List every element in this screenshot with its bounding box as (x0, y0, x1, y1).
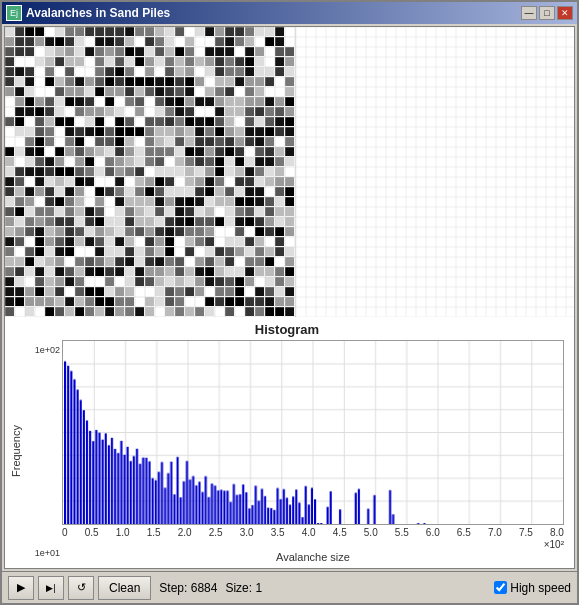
reset-button[interactable]: ↺ (68, 576, 94, 600)
titlebar: Ej Avalanches in Sand Piles — □ ✕ (2, 2, 577, 24)
main-content: Histogram Frequency 1e+02 1e+01 (4, 26, 575, 569)
step-button[interactable]: ▶| (38, 576, 64, 600)
high-speed-checkbox[interactable] (494, 581, 507, 594)
histogram-title: Histogram (10, 322, 564, 337)
chart-container: 0 0.5 1.0 1.5 2.0 2.5 3.0 3.5 4.0 4.5 5.… (62, 340, 564, 563)
high-speed-label[interactable]: High speed (510, 581, 571, 595)
y-tick-top: 1e+02 (24, 345, 60, 355)
top-panel (5, 27, 574, 317)
bottom-toolbar: ▶ ▶| ↺ Clean Step: 6884 Size: 1 High spe… (2, 571, 577, 603)
right-panel (295, 27, 574, 316)
histogram-panel: Histogram Frequency 1e+02 1e+01 (5, 317, 574, 568)
close-button[interactable]: ✕ (557, 6, 573, 20)
app-icon: Ej (6, 5, 22, 21)
titlebar-buttons: — □ ✕ (521, 6, 573, 20)
minimize-button[interactable]: — (521, 6, 537, 20)
window-title: Avalanches in Sand Piles (26, 6, 170, 20)
clean-button[interactable]: Clean (98, 576, 151, 600)
y-tick-mid: 1e+01 (24, 548, 60, 558)
chart-inner (62, 340, 564, 525)
restore-button[interactable]: □ (539, 6, 555, 20)
titlebar-left: Ej Avalanches in Sand Piles (6, 5, 170, 21)
sand-grid (5, 27, 295, 317)
chart-area: Frequency 1e+02 1e+01 0 0.5 1.0 (10, 340, 564, 563)
main-window: Ej Avalanches in Sand Piles — □ ✕ (0, 0, 579, 605)
step-display: Step: 6884 (159, 581, 217, 595)
high-speed-area: High speed (494, 581, 571, 595)
x-axis-labels: 0 0.5 1.0 1.5 2.0 2.5 3.0 3.5 4.0 4.5 5.… (62, 525, 564, 538)
y-axis-label: Frequency (10, 340, 22, 563)
x-axis-unit: ×10² (62, 539, 564, 550)
x-axis-label: Avalanche size (62, 551, 564, 563)
play-button[interactable]: ▶ (8, 576, 34, 600)
size-display: Size: 1 (225, 581, 262, 595)
